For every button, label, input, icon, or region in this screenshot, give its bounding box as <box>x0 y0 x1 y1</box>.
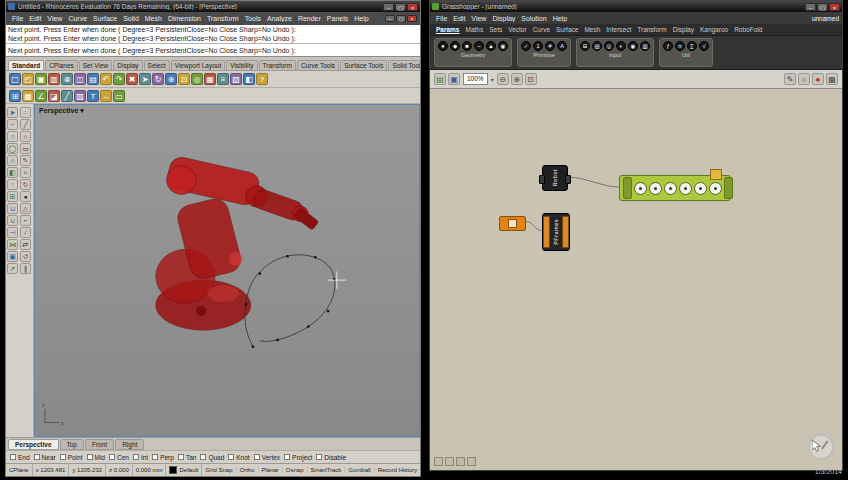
zoom-in-icon[interactable]: ⊕ <box>511 73 523 85</box>
minimize-button[interactable]: – <box>805 3 816 11</box>
component-tab[interactable]: Surface <box>554 26 580 33</box>
plane-param-icon[interactable]: ■ <box>462 41 472 51</box>
osnap-checkbox[interactable]: Int <box>133 454 148 461</box>
menu-item[interactable]: Curve <box>65 15 90 22</box>
restore-button[interactable]: ▢ <box>395 3 406 11</box>
mirror-tool-icon[interactable]: ∥ <box>20 263 31 274</box>
sketch-icon[interactable]: ✎ <box>784 73 796 85</box>
restore-button[interactable]: ▢ <box>396 15 406 22</box>
component-tab[interactable]: Sets <box>487 26 504 33</box>
toolbar-tab[interactable]: Transform <box>259 60 296 70</box>
status-toggle[interactable]: Grid Snap <box>202 467 236 473</box>
point-tool-icon[interactable]: ∴ <box>20 107 31 118</box>
toggle-icon[interactable]: ◐ <box>616 41 626 51</box>
close-button[interactable]: × <box>829 3 840 11</box>
ribbon-group-label[interactable]: Geometry <box>461 52 485 58</box>
rectangle-tool-icon[interactable]: ▭ <box>20 143 31 154</box>
select-tool-icon[interactable]: ➤ <box>7 107 18 118</box>
cylinder-tool-icon[interactable]: ⊔ <box>7 203 18 214</box>
sketch-tool-icon[interactable]: ✎ <box>20 155 31 166</box>
layers-icon[interactable]: ≡ <box>217 73 229 85</box>
layer-color-icon[interactable]: ◪ <box>48 90 60 102</box>
perp-frames-node[interactable]: PFrames <box>542 213 570 251</box>
canvas-corner-button[interactable] <box>467 457 476 466</box>
status-toggle[interactable]: Ortho <box>237 467 259 473</box>
angle-icon[interactable]: ∠ <box>35 90 47 102</box>
loft-tool-icon[interactable]: ≈ <box>20 167 31 178</box>
menu-item[interactable]: Display <box>489 15 518 22</box>
menu-item[interactable]: Solution <box>518 15 549 22</box>
ribbon-group-label[interactable]: Primitive <box>533 52 554 58</box>
zoom-extents-icon[interactable]: ⊡ <box>178 73 190 85</box>
ribbon-group-label[interactable]: Util <box>682 52 690 58</box>
restore-button[interactable]: ▢ <box>817 3 828 11</box>
move-tool-icon[interactable]: ⇄ <box>20 239 31 250</box>
pan-icon[interactable]: ⊕ <box>165 73 177 85</box>
menu-item[interactable]: File <box>433 15 450 22</box>
osnap-checkbox[interactable]: Quad <box>200 454 224 461</box>
move-icon[interactable]: ➤ <box>139 73 151 85</box>
hatch-icon[interactable]: ▨ <box>74 90 86 102</box>
gradient-icon[interactable]: ▥ <box>640 41 650 51</box>
button-icon[interactable]: ◎ <box>604 41 614 51</box>
sqrt-icon[interactable]: √ <box>699 41 709 51</box>
copy-icon[interactable]: ◫ <box>74 73 86 85</box>
canvas-corner-button[interactable] <box>456 457 465 466</box>
grid-icon[interactable]: ▦ <box>22 90 34 102</box>
component-tab[interactable]: Transform <box>635 26 668 33</box>
toolbar-tab[interactable]: Set View <box>79 60 113 70</box>
extrude-tool-icon[interactable]: ↑ <box>7 179 18 190</box>
viewport-tab[interactable]: Front <box>85 439 114 450</box>
component-tab[interactable]: Display <box>671 26 696 33</box>
curve-param-node[interactable] <box>499 216 526 231</box>
menu-item[interactable]: Transform <box>204 15 242 22</box>
minimize-button[interactable]: – <box>383 3 394 11</box>
menu-item[interactable]: File <box>9 15 26 22</box>
status-toggle[interactable]: Gumball <box>345 467 374 473</box>
fillet-tool-icon[interactable]: ⌐ <box>20 215 31 226</box>
osnap-checkbox[interactable]: Perp <box>152 454 174 461</box>
gene-slider-knob[interactable] <box>679 182 692 195</box>
save-file-icon[interactable]: ▣ <box>35 73 47 85</box>
vector-param-icon[interactable]: ◆ <box>450 41 460 51</box>
new-file-icon[interactable]: ▢ <box>9 73 21 85</box>
pi-icon[interactable]: π <box>675 41 685 51</box>
osnap-checkbox[interactable]: Near <box>34 454 56 461</box>
display-mode-icon[interactable]: ◧ <box>243 73 255 85</box>
gene-slider-knob[interactable] <box>664 182 677 195</box>
properties-icon[interactable]: ▧ <box>230 73 242 85</box>
linetype-icon[interactable]: ╱ <box>61 90 73 102</box>
gene-slider-knob[interactable] <box>694 182 707 195</box>
input-port[interactable] <box>539 175 545 184</box>
sketch-curve[interactable] <box>245 255 346 348</box>
polygon-tool-icon[interactable]: ⌂ <box>7 155 18 166</box>
paste-icon[interactable]: ▤ <box>87 73 99 85</box>
surface-param-icon[interactable]: ▲ <box>486 41 496 51</box>
viewport-tab[interactable]: Right <box>115 439 144 450</box>
scale-tool-icon[interactable]: ↗ <box>7 263 18 274</box>
menu-item[interactable]: Dimension <box>165 15 204 22</box>
osnap-checkbox[interactable]: Cen <box>109 454 129 461</box>
gene-slider-knob[interactable] <box>634 182 647 195</box>
function-icon[interactable]: ƒ <box>663 41 673 51</box>
cplane-selector[interactable]: CPlane <box>6 464 33 476</box>
notes-icon[interactable]: ▭ <box>113 90 125 102</box>
point-param-icon[interactable]: ● <box>438 41 448 51</box>
zoom-dropdown-chevron-icon[interactable]: ▾ <box>491 76 494 83</box>
input-panel[interactable] <box>543 216 550 248</box>
cut-icon[interactable]: ⊗ <box>61 73 73 85</box>
number-param-icon[interactable]: # <box>545 41 555 51</box>
curve-param-icon[interactable]: ~ <box>474 41 484 51</box>
sphere-tool-icon[interactable]: ● <box>20 191 31 202</box>
trim-tool-icon[interactable]: ⊣ <box>7 227 18 238</box>
redo-icon[interactable]: ↷ <box>113 73 125 85</box>
menu-item[interactable]: Edit <box>450 15 468 22</box>
toolbar-tab[interactable]: Surface Tools <box>340 60 387 70</box>
toolbar-tab[interactable]: Solid Tools <box>388 60 420 70</box>
slider-icon[interactable]: ⊟ <box>580 41 590 51</box>
toolbar-tab[interactable]: Select <box>144 60 170 70</box>
component-tab[interactable]: Intersect <box>604 26 633 33</box>
gene-slider-knob[interactable] <box>649 182 662 195</box>
revolve-tool-icon[interactable]: ↻ <box>20 179 31 190</box>
status-toggle[interactable]: SmartTrack <box>308 467 346 473</box>
